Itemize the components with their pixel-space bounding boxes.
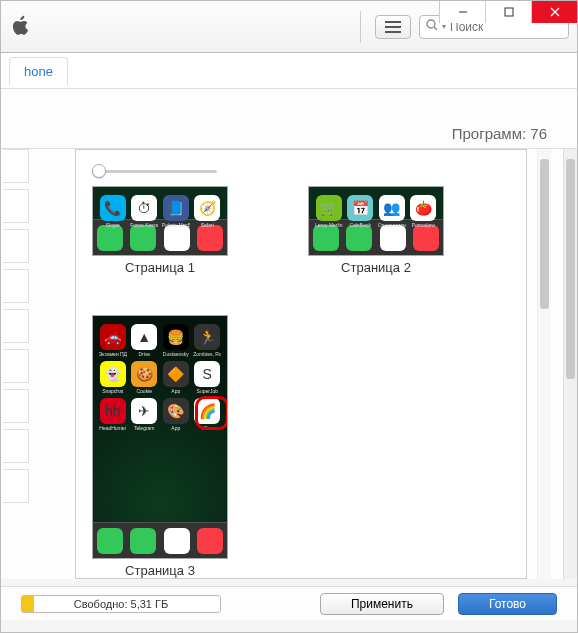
phone-preview[interactable]: 🛒Leroy Merlin📅CalcBook👥Одноклассники🍅Pom…	[308, 186, 444, 256]
svg-rect-6	[385, 31, 401, 33]
app-icon-label: HeadHunter	[99, 425, 127, 431]
list-item[interactable]	[3, 389, 29, 423]
phone-preview[interactable]: 🚗Экзамен ПДД▲Drive🍔Dostaevsky🏃Zombies, R…	[92, 315, 228, 559]
scrollbar-thumb[interactable]	[566, 159, 575, 379]
page-label: Страница 1	[125, 260, 195, 275]
phone-dock	[93, 522, 227, 558]
window-controls	[439, 1, 577, 23]
app-icon-label: App	[162, 425, 190, 431]
home-screen-page[interactable]: 📞Skype⏱Focus Keeper📘Polaris MacBy🧭Safari…	[92, 186, 228, 275]
tabs-strip: hone	[1, 53, 577, 89]
apps-count-label: Программ:	[452, 125, 526, 142]
maximize-button[interactable]	[485, 1, 531, 23]
storage-used-segment	[22, 596, 34, 612]
app-icon[interactable]: 🧭	[194, 195, 220, 221]
bottom-bar: Свободно: 5,31 ГБ Применить Готово	[1, 586, 577, 620]
dock-app-icon[interactable]	[197, 528, 223, 554]
svg-point-7	[427, 20, 435, 28]
app-icon[interactable]: 📅	[347, 195, 373, 221]
app-icon[interactable]: 🚗	[100, 324, 126, 350]
storage-indicator: Свободно: 5,31 ГБ	[21, 595, 221, 613]
list-item[interactable]	[3, 229, 29, 263]
apps-count-value: 76	[530, 125, 547, 142]
storage-label: Свободно: 5,31 ГБ	[74, 598, 168, 610]
list-item[interactable]	[3, 349, 29, 383]
app-icon[interactable]: S	[194, 361, 220, 387]
svg-rect-5	[385, 26, 401, 28]
app-icon[interactable]: 🍪	[131, 361, 157, 387]
list-item[interactable]	[3, 149, 29, 183]
app-icon[interactable]: 👻	[100, 361, 126, 387]
app-icon-label: SuperJob	[193, 388, 221, 394]
svg-line-8	[434, 27, 437, 30]
phone-preview[interactable]: 📞Skype⏱Focus Keeper📘Polaris MacBy🧭Safari	[92, 186, 228, 256]
dock-app-icon[interactable]	[97, 528, 123, 554]
app-icon-label: Экзамен ПДД	[99, 351, 127, 357]
app-icon[interactable]: hh	[100, 398, 126, 424]
app-icon[interactable]: 🎨	[163, 398, 189, 424]
dropdown-caret-icon: ▾	[442, 22, 446, 31]
app-icon-label: Focus Keeper	[130, 222, 158, 228]
app-icon-label: App	[162, 388, 190, 394]
phone-wallpaper: 📞Skype⏱Focus Keeper📘Polaris MacBy🧭Safari	[93, 187, 227, 219]
app-icon-label: Leroy Merlin	[315, 222, 343, 228]
app-icon-label: Telegram	[130, 425, 158, 431]
app-icon-label: Snapchat	[99, 388, 127, 394]
list-item[interactable]	[3, 469, 29, 503]
app-icon-label: iGra	[193, 425, 221, 431]
svg-rect-1	[505, 8, 513, 16]
svg-rect-4	[385, 21, 401, 23]
slider-track	[92, 170, 217, 173]
app-icon[interactable]: 🛒	[316, 195, 342, 221]
home-screen-page[interactable]: 🚗Экзамен ПДД▲Drive🍔Dostaevsky🏃Zombies, R…	[92, 315, 228, 578]
app-icon[interactable]: 🍅	[410, 195, 436, 221]
app-icon[interactable]: ✈	[131, 398, 157, 424]
list-item[interactable]	[3, 429, 29, 463]
app-icon[interactable]: 🍔	[163, 324, 189, 350]
apple-logo-icon	[9, 13, 33, 40]
home-screen-pages-panel: 📞Skype⏱Focus Keeper📘Polaris MacBy🧭Safari…	[75, 149, 527, 579]
tab-device[interactable]: hone	[9, 57, 68, 85]
slider-knob[interactable]	[92, 164, 106, 178]
app-icon[interactable]: 📘	[163, 195, 189, 221]
list-view-button[interactable]	[375, 15, 411, 39]
list-item[interactable]	[3, 269, 29, 303]
toolbar-divider	[360, 11, 361, 43]
inner-scrollbar[interactable]	[537, 149, 551, 579]
app-icon-label: Skype	[99, 222, 127, 228]
app-icon-label: CalcBook	[346, 222, 374, 228]
dock-app-icon[interactable]	[164, 528, 190, 554]
app-icon[interactable]: 👥	[379, 195, 405, 221]
scrollbar-thumb[interactable]	[540, 159, 549, 309]
zoom-slider[interactable]	[92, 162, 510, 180]
app-icon-label: Одноклассники	[378, 222, 406, 228]
phone-wallpaper: 🛒Leroy Merlin📅CalcBook👥Одноклассники🍅Pom…	[309, 187, 443, 219]
home-screen-page[interactable]: 🛒Leroy Merlin📅CalcBook👥Одноклассники🍅Pom…	[308, 186, 444, 275]
pages-grid: 📞Skype⏱Focus Keeper📘Polaris MacBy🧭Safari…	[76, 184, 526, 579]
outer-scrollbar[interactable]	[563, 149, 577, 579]
app-icon-label: Pomodoro	[409, 222, 437, 228]
minimize-button[interactable]	[439, 1, 485, 23]
app-icon-label: Polaris MacBy	[162, 222, 190, 228]
apply-button[interactable]: Применить	[320, 593, 444, 615]
app-icon-label: Safari	[193, 222, 221, 228]
app-icon-label: Zombies, Run	[193, 351, 221, 357]
app-icon[interactable]: 🏃	[194, 324, 220, 350]
app-icon[interactable]: 📞	[100, 195, 126, 221]
apps-count-bar: Программ: 76	[1, 89, 577, 149]
app-icon[interactable]: ⏱	[131, 195, 157, 221]
app-icon-label: Cookie	[130, 388, 158, 394]
app-icon[interactable]: 🔶	[163, 361, 189, 387]
dock-app-icon[interactable]	[130, 528, 156, 554]
search-icon	[426, 19, 438, 34]
list-item[interactable]	[3, 309, 29, 343]
page-label: Страница 2	[341, 260, 411, 275]
phone-wallpaper: 🚗Экзамен ПДД▲Drive🍔Dostaevsky🏃Zombies, R…	[93, 316, 227, 522]
close-button[interactable]	[531, 1, 577, 23]
app-icon-label: Dostaevsky	[162, 351, 190, 357]
app-icon[interactable]: ▲	[131, 324, 157, 350]
done-button[interactable]: Готово	[458, 593, 557, 615]
list-item[interactable]	[3, 189, 29, 223]
app-icon[interactable]: 🌈	[194, 398, 220, 424]
page-label: Страница 3	[125, 563, 195, 578]
